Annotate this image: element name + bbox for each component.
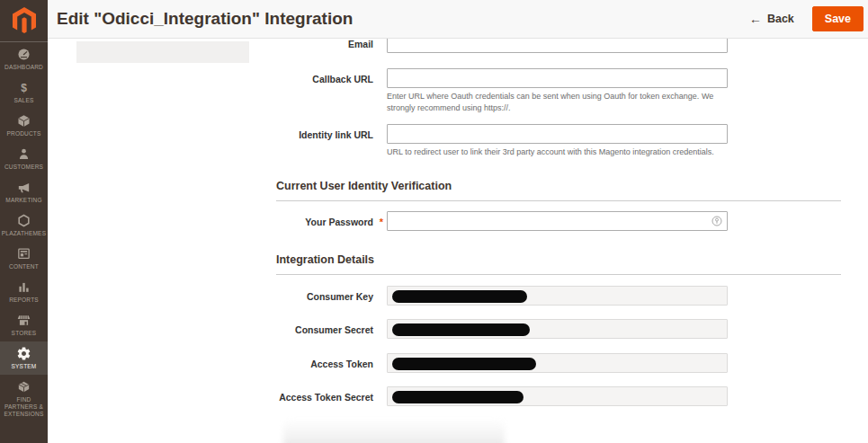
sidebar-item-products[interactable]: PRODUCTS bbox=[0, 109, 48, 142]
access-token-secret-field bbox=[387, 386, 728, 406]
identity-verification-heading: Current User Identity Verification bbox=[276, 180, 841, 201]
redacted-value bbox=[392, 323, 530, 336]
svg-text:$: $ bbox=[21, 82, 27, 94]
identity-link-url-note: URL to redirect user to link their 3rd p… bbox=[387, 146, 728, 158]
redacted-value bbox=[392, 391, 523, 403]
integration-edit-form: Email Callback URL Enter URL where Oauth… bbox=[256, 28, 852, 406]
magento-logo[interactable] bbox=[0, 0, 48, 42]
access-token-secret-label: Access Token Secret bbox=[256, 386, 373, 403]
required-asterisk: * bbox=[380, 216, 383, 228]
system-gear-icon bbox=[16, 346, 31, 361]
sidebar-item-plazathemes[interactable]: PLAZATHEMES bbox=[0, 208, 48, 242]
reports-icon bbox=[16, 279, 31, 295]
content-icon bbox=[16, 246, 31, 261]
plazathemes-icon bbox=[16, 213, 31, 228]
callback-url-row: Callback URL Enter URL where Oauth crede… bbox=[256, 68, 852, 113]
stores-icon bbox=[16, 313, 31, 328]
sidebar-item-marketing[interactable]: MARKETING bbox=[0, 175, 48, 208]
customers-icon bbox=[16, 146, 31, 162]
page-title: Edit "Odicci_Integration" Integration bbox=[57, 9, 749, 29]
back-arrow-icon: ← bbox=[749, 12, 762, 26]
sales-icon: $ bbox=[16, 80, 31, 95]
sidebar-item-label: FIND PARTNERS & EXTENSIONS bbox=[2, 396, 47, 418]
admin-sidebar: DASHBOARD $ SALES PRODUCTS CUSTOMERS bbox=[0, 0, 48, 443]
page-bottom-shadow bbox=[283, 419, 505, 443]
sidebar-item-find-partners[interactable]: FIND PARTNERS & EXTENSIONS bbox=[0, 375, 48, 418]
access-token-field bbox=[387, 353, 728, 373]
callback-url-label: Callback URL bbox=[256, 68, 373, 85]
identity-link-url-label: Identity link URL bbox=[256, 124, 373, 141]
magento-admin-app: DASHBOARD $ SALES PRODUCTS CUSTOMERS bbox=[0, 0, 868, 443]
sidebar-item-stores[interactable]: STORES bbox=[0, 308, 48, 341]
sidebar-item-system[interactable]: SYSTEM bbox=[0, 341, 48, 375]
access-token-row: Access Token bbox=[256, 353, 852, 373]
consumer-secret-label: Consumer Secret bbox=[256, 319, 373, 336]
redacted-value bbox=[392, 290, 527, 303]
sidebar-item-dashboard[interactable]: DASHBOARD bbox=[0, 42, 48, 75]
page-header: Edit "Odicci_Integration" Integration ← … bbox=[48, 0, 868, 39]
identity-link-url-field[interactable] bbox=[387, 124, 728, 144]
sidebar-item-label: REPORTS bbox=[9, 297, 39, 304]
password-label: Your Password* bbox=[256, 211, 373, 228]
consumer-secret-row: Consumer Secret bbox=[256, 319, 852, 339]
access-token-label: Access Token bbox=[256, 353, 373, 370]
sidebar-item-label: CONTENT bbox=[9, 263, 39, 270]
sidebar-item-label: MARKETING bbox=[5, 197, 41, 204]
callback-url-field[interactable] bbox=[387, 68, 728, 88]
main-area: Email Callback URL Enter URL where Oauth… bbox=[48, 0, 868, 443]
sidebar-item-label: SALES bbox=[14, 97, 34, 104]
sidebar-item-sales[interactable]: $ SALES bbox=[0, 75, 48, 109]
marketing-icon bbox=[16, 180, 31, 195]
consumer-secret-field bbox=[387, 319, 728, 339]
sidebar-item-customers[interactable]: CUSTOMERS bbox=[0, 142, 48, 175]
dashboard-icon bbox=[16, 47, 31, 62]
sidebar-item-label: STORES bbox=[12, 330, 37, 337]
sidebar-item-label: DASHBOARD bbox=[4, 64, 43, 71]
integration-details-heading: Integration Details bbox=[276, 253, 841, 275]
redacted-value bbox=[392, 358, 536, 370]
sidebar-item-content[interactable]: CONTENT bbox=[0, 242, 48, 275]
products-icon bbox=[16, 113, 31, 128]
sidebar-item-label: SYSTEM bbox=[12, 363, 37, 370]
identity-link-url-row: Identity link URL URL to redirect user t… bbox=[256, 124, 852, 158]
sidebar-item-reports[interactable]: REPORTS bbox=[0, 275, 48, 308]
integration-info-side-panel[interactable] bbox=[76, 41, 249, 63]
consumer-key-field bbox=[387, 286, 728, 306]
consumer-key-label: Consumer Key bbox=[256, 286, 373, 303]
sidebar-item-label: CUSTOMERS bbox=[4, 164, 43, 171]
password-field[interactable] bbox=[387, 211, 728, 231]
find-partners-icon bbox=[16, 379, 31, 394]
password-row: Your Password* bbox=[256, 211, 852, 231]
consumer-key-row: Consumer Key bbox=[256, 286, 852, 306]
sidebar-item-label: PRODUCTS bbox=[6, 130, 40, 137]
magento-logo-icon bbox=[13, 7, 36, 34]
password-manager-key-icon[interactable] bbox=[711, 216, 722, 226]
back-button-label: Back bbox=[767, 13, 794, 25]
back-button[interactable]: ← Back bbox=[749, 12, 794, 26]
sidebar-item-label: PLAZATHEMES bbox=[2, 230, 46, 237]
save-button[interactable]: Save bbox=[812, 6, 864, 31]
access-token-secret-row: Access Token Secret bbox=[256, 386, 852, 406]
callback-url-note: Enter URL where Oauth credentials can be… bbox=[387, 91, 728, 113]
